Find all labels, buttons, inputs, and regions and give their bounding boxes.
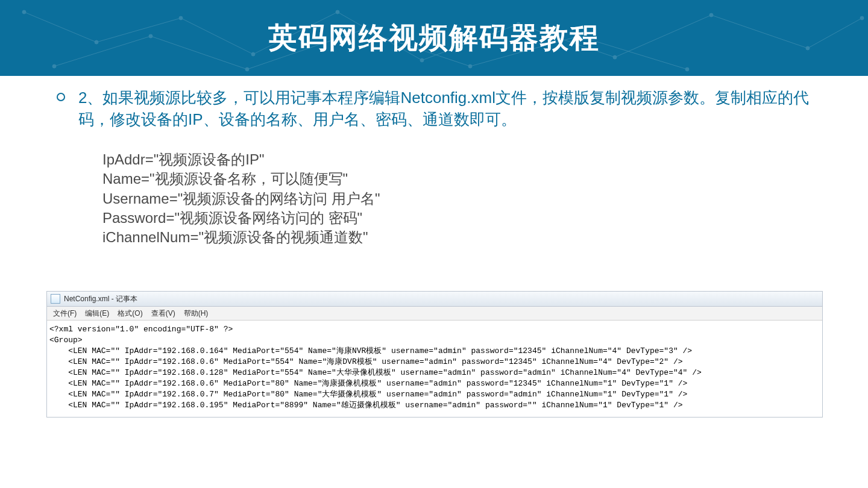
parameter-definitions: IpAddr="视频源设备的IP" Name="视频源设备名称，可以随便写" U…: [48, 150, 820, 248]
bullet-icon: [57, 93, 65, 101]
menu-edit[interactable]: 编辑(E): [85, 308, 109, 319]
notepad-menubar: 文件(F) 编辑(E) 格式(O) 查看(V) 帮助(H): [47, 307, 822, 321]
page-title: 英码网络视频解码器教程: [0, 0, 868, 76]
notepad-editor[interactable]: <?xml version="1.0" encoding="UTF-8" ?> …: [47, 321, 822, 417]
def-ipaddr: IpAddr="视频源设备的IP": [102, 150, 820, 169]
content-area: 2、如果视频源比较多，可以用记事本程序编辑Netconfig.xml文件，按模版…: [0, 76, 868, 248]
def-username: Username="视频源设备的网络访问 用户名": [102, 189, 820, 208]
menu-view[interactable]: 查看(V): [151, 308, 175, 319]
instruction-text: 2、如果视频源比较多，可以用记事本程序编辑Netconfig.xml文件，按模版…: [78, 89, 809, 128]
instruction-paragraph: 2、如果视频源比较多，可以用记事本程序编辑Netconfig.xml文件，按模版…: [48, 87, 820, 131]
menu-format[interactable]: 格式(O): [118, 308, 142, 319]
notepad-window: NetConfig.xml - 记事本 文件(F) 编辑(E) 格式(O) 查看…: [47, 292, 822, 417]
menu-help[interactable]: 帮助(H): [184, 308, 209, 319]
banner: 英码网络视频解码器教程: [0, 0, 868, 76]
menu-file[interactable]: 文件(F): [53, 308, 77, 319]
def-password: Password="视频源设备网络访问的 密码": [102, 208, 820, 228]
def-name: Name="视频源设备名称，可以随便写": [102, 169, 820, 189]
document-icon: [51, 294, 60, 304]
notepad-title: NetConfig.xml - 记事本: [64, 294, 137, 304]
notepad-titlebar: NetConfig.xml - 记事本: [47, 292, 822, 307]
def-ichannelnum: iChannelNum="视频源设备的视频通道数": [102, 228, 820, 247]
